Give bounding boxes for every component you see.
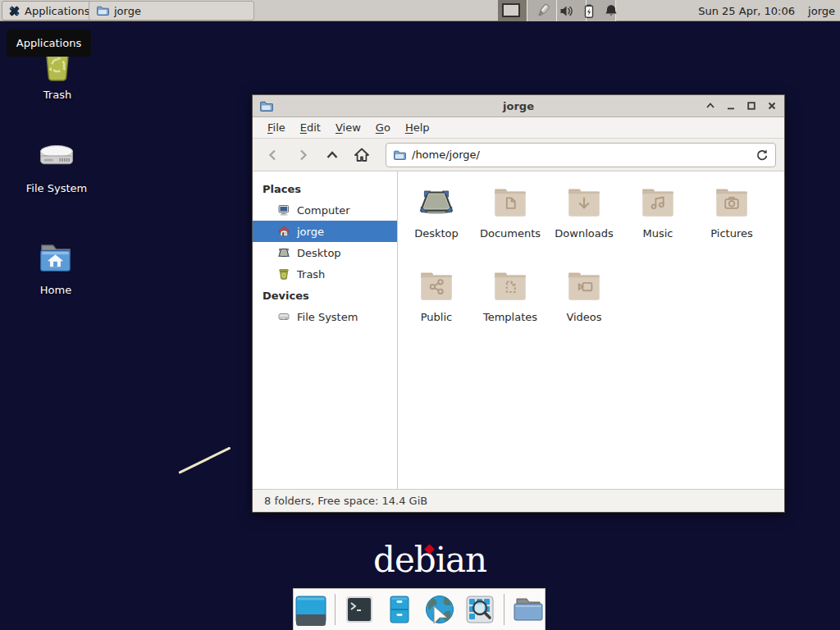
panel-clock[interactable]: Sun 25 Apr, 10:06: [698, 0, 795, 21]
pictures-folder-icon: [711, 181, 752, 222]
minimize-button[interactable]: [724, 100, 737, 112]
sidebar-item-trash[interactable]: Trash: [253, 263, 397, 285]
music-folder-icon: [637, 181, 678, 222]
sidebar-item-file-system[interactable]: File System: [253, 306, 397, 327]
forward-button[interactable]: [290, 144, 315, 167]
path-input[interactable]: /home/jorge/: [412, 148, 750, 161]
folder-icon: [96, 4, 109, 17]
xfce-menu-icon: [8, 5, 21, 17]
folder-view[interactable]: Desktop Documents Downloads Music: [398, 171, 784, 489]
window-titlebar[interactable]: jorge: [253, 95, 784, 117]
panel-username[interactable]: jorge: [808, 0, 835, 21]
statusbar: 8 folders, Free space: 14.4 GiB: [253, 489, 784, 512]
applications-menu-label: Applications: [25, 5, 89, 17]
drag-artifact-line: [178, 446, 231, 473]
toolbar: /home/jorge/: [253, 139, 784, 171]
desktop-icon-file-system[interactable]: File System: [11, 135, 102, 194]
dock-separator: [504, 594, 504, 625]
menu-go[interactable]: Go: [369, 119, 397, 136]
dock: [293, 588, 546, 630]
battery-charging-icon[interactable]: [582, 3, 596, 19]
desktop-icon: [277, 246, 290, 259]
reload-icon[interactable]: [756, 148, 769, 162]
applications-tooltip: Applications: [7, 30, 91, 57]
drive-small-icon: [277, 310, 290, 323]
desktop-icon-label: File System: [26, 182, 87, 194]
folder-tile-downloads[interactable]: Downloads: [547, 181, 621, 263]
folder-tile-desktop[interactable]: Desktop: [399, 181, 473, 263]
folder-tile-templates[interactable]: Templates: [473, 265, 547, 347]
sidebar-item-label: Desktop: [297, 247, 341, 259]
web-browser-icon[interactable]: [423, 593, 456, 626]
dock-separator: [335, 594, 336, 625]
sidebar-item-jorge[interactable]: jorge: [253, 221, 397, 242]
workspace-1[interactable]: [498, 0, 527, 21]
house-icon: [277, 225, 290, 238]
sidebar-item-label: jorge: [297, 226, 324, 238]
sidebar-item-computer[interactable]: Computer: [253, 199, 397, 221]
workspace-window-thumb: [502, 3, 520, 17]
home-button[interactable]: [349, 144, 374, 167]
tooltip-text: Applications: [16, 37, 81, 49]
home-folder-icon: [34, 236, 78, 279]
sidebar-item-label: Trash: [297, 268, 325, 281]
public-folder-icon: [416, 265, 457, 306]
path-folder-icon: [393, 148, 406, 162]
folder-tile-videos[interactable]: Videos: [547, 265, 621, 347]
menu-file[interactable]: File: [261, 119, 292, 136]
computer-icon: [277, 203, 290, 217]
videos-folder-icon: [564, 265, 605, 306]
folder-tile-public[interactable]: Public: [399, 265, 473, 347]
taskbar-button-label: jorge: [114, 5, 141, 17]
system-tray: [535, 0, 619, 21]
sidebar-item-label: File System: [297, 311, 358, 323]
sidebar-item-label: Computer: [297, 204, 350, 217]
path-bar[interactable]: /home/jorge/: [386, 143, 776, 167]
applications-menu-button[interactable]: Applications: [2, 1, 96, 21]
menubar: File Edit View Go Help: [253, 117, 784, 139]
sidebar: Places Computer jorge Desktop: [253, 171, 398, 489]
application-finder-icon[interactable]: [463, 593, 496, 626]
top-panel: Applications jorge Sun 25 Apr, 10:06 jor…: [0, 0, 840, 21]
stylus-icon[interactable]: [535, 2, 551, 19]
desktop-trapezoid-icon: [416, 181, 457, 222]
volume-icon[interactable]: [559, 3, 574, 19]
templates-folder-icon: [490, 265, 531, 306]
close-button[interactable]: [765, 100, 778, 112]
documents-folder-icon: [490, 181, 531, 222]
drive-icon: [34, 135, 79, 177]
sidebar-header-places: Places: [253, 178, 397, 199]
back-button[interactable]: [261, 144, 285, 167]
file-manager-icon[interactable]: [383, 593, 416, 626]
taskbar-button-jorge[interactable]: jorge: [89, 1, 254, 21]
menu-edit[interactable]: Edit: [294, 119, 327, 136]
desktop-icon-label: Home: [40, 284, 71, 296]
folder-tile-music[interactable]: Music: [621, 181, 695, 263]
desktop-icon-label: Trash: [43, 89, 71, 101]
sidebar-item-desktop[interactable]: Desktop: [253, 242, 397, 263]
sidebar-header-devices: Devices: [253, 285, 397, 306]
up-button[interactable]: [320, 144, 345, 167]
folder-tile-documents[interactable]: Documents: [473, 181, 547, 263]
trash-small-icon: [277, 267, 290, 281]
terminal-icon[interactable]: [343, 593, 376, 626]
downloads-folder-icon: [564, 181, 605, 222]
shade-button[interactable]: [704, 100, 716, 112]
debian-logo: debian: [373, 541, 486, 579]
show-desktop-icon[interactable]: [294, 593, 327, 626]
maximize-button[interactable]: [745, 100, 757, 112]
desktop-icon-home[interactable]: Home: [11, 236, 101, 296]
statusbar-text: 8 folders, Free space: 14.4 GiB: [264, 495, 427, 507]
folder-tile-pictures[interactable]: Pictures: [695, 181, 769, 263]
menu-view[interactable]: View: [329, 119, 368, 136]
file-manager-window[interactable]: jorge File Edit View Go Help /home/jorge…: [252, 94, 785, 513]
notifications-bell-icon[interactable]: [604, 3, 619, 19]
dock-folder-icon[interactable]: [512, 593, 545, 626]
menu-help[interactable]: Help: [399, 119, 436, 136]
